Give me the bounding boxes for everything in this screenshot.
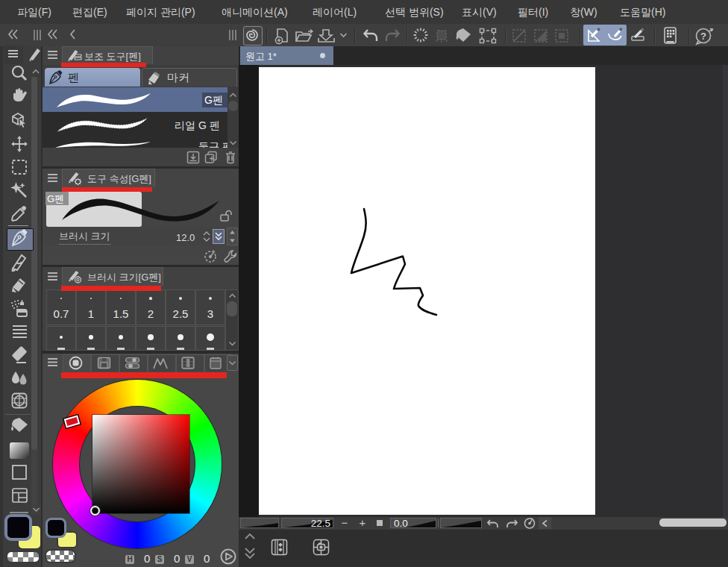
svg-text:?: ? <box>700 31 706 42</box>
